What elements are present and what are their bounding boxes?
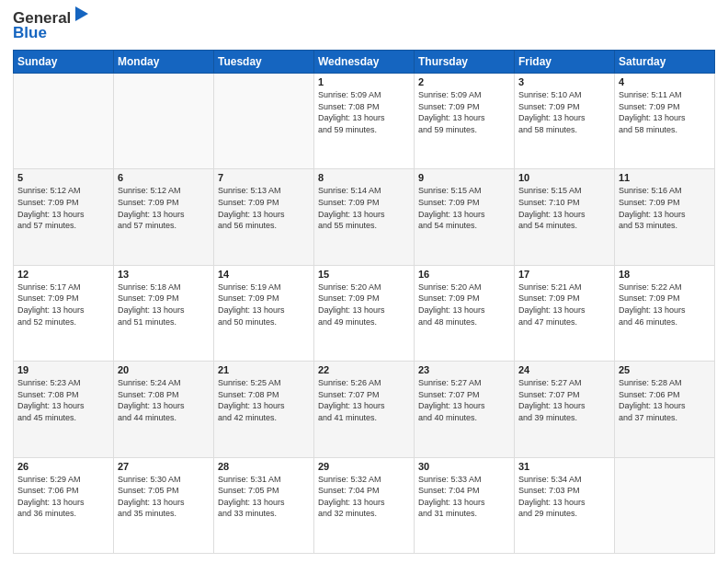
day-number: 12 [17, 269, 109, 280]
calendar-cell: 8Sunrise: 5:14 AM Sunset: 7:09 PM Daylig… [314, 169, 415, 265]
day-number: 4 [619, 76, 711, 87]
day-info: Sunrise: 5:14 AM Sunset: 7:09 PM Dayligh… [318, 185, 410, 231]
day-info: Sunrise: 5:34 AM Sunset: 7:03 PM Dayligh… [518, 474, 610, 520]
calendar-cell: 13Sunrise: 5:18 AM Sunset: 7:09 PM Dayli… [114, 265, 214, 361]
calendar-cell: 14Sunrise: 5:19 AM Sunset: 7:09 PM Dayli… [214, 265, 314, 361]
calendar-cell: 15Sunrise: 5:20 AM Sunset: 7:09 PM Dayli… [314, 265, 415, 361]
day-info: Sunrise: 5:12 AM Sunset: 7:09 PM Dayligh… [118, 185, 210, 231]
day-number: 8 [318, 172, 410, 183]
day-number: 25 [619, 364, 711, 375]
calendar-cell: 4Sunrise: 5:11 AM Sunset: 7:09 PM Daylig… [615, 74, 715, 169]
logo: General Blue [13, 9, 88, 42]
calendar-cell: 9Sunrise: 5:15 AM Sunset: 7:09 PM Daylig… [415, 169, 515, 265]
day-info: Sunrise: 5:27 AM Sunset: 7:07 PM Dayligh… [518, 377, 610, 423]
calendar-cell: 11Sunrise: 5:16 AM Sunset: 7:09 PM Dayli… [615, 169, 715, 265]
day-number: 16 [418, 269, 510, 280]
day-info: Sunrise: 5:17 AM Sunset: 7:09 PM Dayligh… [17, 282, 109, 327]
calendar-week-row: 19Sunrise: 5:23 AM Sunset: 7:08 PM Dayli… [14, 362, 715, 457]
day-info: Sunrise: 5:27 AM Sunset: 7:07 PM Dayligh… [418, 377, 510, 423]
calendar-cell: 16Sunrise: 5:20 AM Sunset: 7:09 PM Dayli… [415, 265, 515, 361]
calendar-cell: 21Sunrise: 5:25 AM Sunset: 7:08 PM Dayli… [214, 362, 314, 457]
calendar-cell: 30Sunrise: 5:33 AM Sunset: 7:04 PM Dayli… [415, 457, 515, 553]
calendar-cell: 2Sunrise: 5:09 AM Sunset: 7:09 PM Daylig… [415, 74, 515, 169]
day-number: 18 [619, 269, 711, 280]
day-number: 1 [318, 76, 410, 87]
calendar-week-row: 12Sunrise: 5:17 AM Sunset: 7:09 PM Dayli… [14, 265, 715, 361]
day-number: 9 [418, 172, 510, 183]
calendar-cell: 22Sunrise: 5:26 AM Sunset: 7:07 PM Dayli… [314, 362, 415, 457]
day-info: Sunrise: 5:30 AM Sunset: 7:05 PM Dayligh… [118, 474, 210, 520]
day-info: Sunrise: 5:33 AM Sunset: 7:04 PM Dayligh… [418, 474, 510, 520]
day-header-monday: Monday [114, 51, 214, 74]
calendar-cell: 1Sunrise: 5:09 AM Sunset: 7:08 PM Daylig… [314, 74, 415, 169]
day-info: Sunrise: 5:20 AM Sunset: 7:09 PM Dayligh… [418, 282, 510, 327]
day-number: 6 [118, 172, 210, 183]
day-number: 22 [318, 364, 410, 375]
day-info: Sunrise: 5:18 AM Sunset: 7:09 PM Dayligh… [118, 282, 210, 327]
calendar-cell: 3Sunrise: 5:10 AM Sunset: 7:09 PM Daylig… [515, 74, 615, 169]
day-header-friday: Friday [515, 51, 615, 74]
day-number: 13 [118, 269, 210, 280]
day-number: 24 [518, 364, 610, 375]
calendar-cell: 19Sunrise: 5:23 AM Sunset: 7:08 PM Dayli… [14, 362, 114, 457]
day-info: Sunrise: 5:10 AM Sunset: 7:09 PM Dayligh… [518, 89, 610, 135]
calendar-week-row: 1Sunrise: 5:09 AM Sunset: 7:08 PM Daylig… [14, 74, 715, 169]
calendar-cell: 25Sunrise: 5:28 AM Sunset: 7:06 PM Dayli… [615, 362, 715, 457]
day-number: 15 [318, 269, 410, 280]
calendar-cell: 6Sunrise: 5:12 AM Sunset: 7:09 PM Daylig… [114, 169, 214, 265]
day-number: 31 [518, 461, 610, 472]
day-number: 10 [518, 172, 610, 183]
calendar-cell [615, 457, 715, 553]
day-info: Sunrise: 5:22 AM Sunset: 7:09 PM Dayligh… [619, 282, 711, 327]
calendar-cell [114, 74, 214, 169]
day-info: Sunrise: 5:28 AM Sunset: 7:06 PM Dayligh… [619, 377, 711, 423]
day-info: Sunrise: 5:09 AM Sunset: 7:08 PM Dayligh… [318, 89, 410, 135]
calendar-cell: 27Sunrise: 5:30 AM Sunset: 7:05 PM Dayli… [114, 457, 214, 553]
calendar-cell: 12Sunrise: 5:17 AM Sunset: 7:09 PM Dayli… [14, 265, 114, 361]
day-info: Sunrise: 5:31 AM Sunset: 7:05 PM Dayligh… [218, 474, 310, 520]
calendar-cell: 26Sunrise: 5:29 AM Sunset: 7:06 PM Dayli… [14, 457, 114, 553]
day-header-sunday: Sunday [14, 51, 114, 74]
calendar-cell: 7Sunrise: 5:13 AM Sunset: 7:09 PM Daylig… [214, 169, 314, 265]
day-info: Sunrise: 5:15 AM Sunset: 7:09 PM Dayligh… [418, 185, 510, 231]
day-number: 27 [118, 461, 210, 472]
calendar-cell: 17Sunrise: 5:21 AM Sunset: 7:09 PM Dayli… [515, 265, 615, 361]
calendar-cell: 5Sunrise: 5:12 AM Sunset: 7:09 PM Daylig… [14, 169, 114, 265]
day-info: Sunrise: 5:25 AM Sunset: 7:08 PM Dayligh… [218, 377, 310, 423]
day-number: 29 [318, 461, 410, 472]
calendar-cell: 23Sunrise: 5:27 AM Sunset: 7:07 PM Dayli… [415, 362, 515, 457]
day-header-saturday: Saturday [615, 51, 715, 74]
day-header-wednesday: Wednesday [314, 51, 415, 74]
calendar-cell: 18Sunrise: 5:22 AM Sunset: 7:09 PM Dayli… [615, 265, 715, 361]
day-info: Sunrise: 5:12 AM Sunset: 7:09 PM Dayligh… [17, 185, 109, 231]
day-number: 11 [619, 172, 711, 183]
day-number: 19 [17, 364, 109, 375]
calendar-cell: 20Sunrise: 5:24 AM Sunset: 7:08 PM Dayli… [114, 362, 214, 457]
day-info: Sunrise: 5:13 AM Sunset: 7:09 PM Dayligh… [218, 185, 310, 231]
day-number: 2 [418, 76, 510, 87]
day-info: Sunrise: 5:09 AM Sunset: 7:09 PM Dayligh… [418, 89, 510, 135]
day-info: Sunrise: 5:19 AM Sunset: 7:09 PM Dayligh… [218, 282, 310, 327]
day-number: 7 [218, 172, 310, 183]
calendar-cell [14, 74, 114, 169]
day-info: Sunrise: 5:20 AM Sunset: 7:09 PM Dayligh… [318, 282, 410, 327]
day-info: Sunrise: 5:11 AM Sunset: 7:09 PM Dayligh… [619, 89, 711, 135]
page: General Blue SundayMondayTuesdayWednesda… [0, 0, 728, 563]
header: General Blue [13, 9, 715, 42]
day-header-tuesday: Tuesday [214, 51, 314, 74]
day-number: 23 [418, 364, 510, 375]
day-info: Sunrise: 5:29 AM Sunset: 7:06 PM Dayligh… [17, 474, 109, 520]
calendar-week-row: 26Sunrise: 5:29 AM Sunset: 7:06 PM Dayli… [14, 457, 715, 553]
calendar-cell: 28Sunrise: 5:31 AM Sunset: 7:05 PM Dayli… [214, 457, 314, 553]
day-number: 21 [218, 364, 310, 375]
day-number: 3 [518, 76, 610, 87]
calendar-week-row: 5Sunrise: 5:12 AM Sunset: 7:09 PM Daylig… [14, 169, 715, 265]
day-info: Sunrise: 5:32 AM Sunset: 7:04 PM Dayligh… [318, 474, 410, 520]
day-number: 14 [218, 269, 310, 280]
calendar-cell: 29Sunrise: 5:32 AM Sunset: 7:04 PM Dayli… [314, 457, 415, 553]
logo-icon [72, 6, 88, 27]
day-number: 28 [218, 461, 310, 472]
calendar-cell: 24Sunrise: 5:27 AM Sunset: 7:07 PM Dayli… [515, 362, 615, 457]
calendar-cell [214, 74, 314, 169]
day-number: 5 [17, 172, 109, 183]
